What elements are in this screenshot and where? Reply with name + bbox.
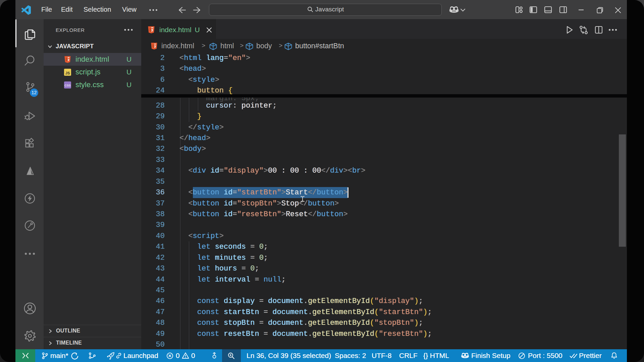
svg-text:CSS: CSS — [64, 84, 71, 87]
svg-text:JS: JS — [65, 71, 70, 75]
